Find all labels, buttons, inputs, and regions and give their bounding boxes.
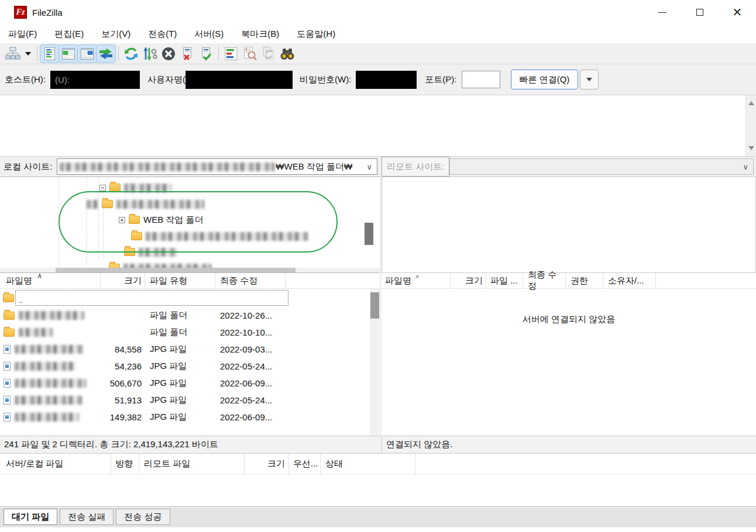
menu-help[interactable]: 도움말(H) [297, 29, 335, 40]
quickconnect-bar: 호스트(H): (U): 사용자명( 비밀번호(W): 포트(P): 빠른 연결… [0, 64, 756, 95]
local-site-combo[interactable]: ₩WEB 작업 폴더₩ ∨ [57, 158, 377, 175]
message-log-scrollbar[interactable] [745, 95, 756, 156]
menu-view[interactable]: 보기(V) [101, 29, 130, 40]
file-row[interactable]: 파일 폴더 2022-10-10... [0, 324, 380, 341]
tab-queued-files[interactable]: 대기 파일 [4, 509, 57, 525]
redacted-folder-name [146, 232, 308, 241]
tree-hscroll-thumb[interactable] [56, 268, 295, 272]
column-header-size[interactable]: 크기 [451, 273, 486, 288]
column-header-remote-file[interactable]: 리모트 파일 [139, 454, 245, 474]
file-row[interactable]: 506,670 JPG 파일 2022-06-09... [0, 375, 380, 392]
collapse-icon[interactable]: − [99, 185, 106, 191]
file-date: 2022-06-09... [215, 412, 286, 422]
tree-guide-line [98, 177, 99, 261]
column-header-filetype[interactable]: 파일 ... [486, 273, 523, 288]
toggle-remote-tree-button[interactable] [78, 45, 97, 63]
close-button[interactable]: ✕ [719, 0, 756, 25]
column-header-priority[interactable]: 우선... [289, 454, 321, 474]
tree-scrollbar-thumb[interactable] [365, 223, 373, 245]
maximize-icon [696, 9, 703, 16]
column-header-filename[interactable]: 파일명 ˄ ∨ [0, 273, 101, 288]
synchronized-browsing-button[interactable] [259, 45, 278, 63]
process-queue-button[interactable] [140, 45, 159, 63]
site-manager-dropdown-button[interactable] [22, 45, 34, 63]
file-date: 2022-09-03... [215, 344, 286, 354]
site-manager-button[interactable] [4, 45, 22, 63]
menu-bookmarks[interactable]: 북마크(B) [241, 29, 279, 40]
menu-transfer[interactable]: 전송(T) [148, 29, 177, 40]
file-row-parent-dir[interactable]: .. [0, 289, 380, 307]
file-row[interactable]: 54,236 JPG 파일 2022-05-24... [0, 358, 380, 375]
port-input[interactable] [462, 71, 500, 88]
file-size: 149,382 [101, 412, 145, 422]
disconnect-button[interactable] [178, 45, 197, 63]
toolbar-separator [37, 46, 37, 61]
maximize-button[interactable] [681, 0, 719, 25]
directory-comparison-button[interactable] [222, 45, 240, 63]
column-label: 크기 [124, 275, 142, 286]
file-row[interactable]: 84,558 JPG 파일 2022-09-03... [0, 341, 380, 358]
filename-filters-button[interactable] [240, 45, 259, 63]
message-log-icon [43, 47, 57, 61]
find-files-button[interactable] [278, 45, 297, 63]
column-header-permissions[interactable]: 권한 [566, 273, 603, 288]
redacted-file-name [15, 413, 79, 422]
tree-item[interactable] [87, 197, 204, 211]
redacted-folder-name [116, 200, 204, 209]
refresh-button[interactable] [122, 45, 140, 63]
local-list-scrollbar-thumb[interactable] [370, 292, 379, 319]
local-tree-view[interactable]: − + WEB 작업 폴더 [0, 177, 380, 273]
port-label: 포트(P): [425, 74, 456, 85]
column-header-status[interactable]: 상태 [321, 454, 415, 474]
menu-file[interactable]: 파일(F) [8, 29, 37, 40]
column-header-modified[interactable]: 최종 수정 [215, 273, 286, 288]
tree-item[interactable] [131, 229, 308, 243]
refresh-icon [123, 46, 139, 61]
file-row[interactable]: 51,913 JPG 파일 2022-05-24... [0, 392, 380, 409]
redacted-file-name [19, 328, 53, 337]
tab-successful-transfers[interactable]: 전송 성공 [116, 509, 170, 525]
username-input-redacted[interactable] [185, 71, 293, 89]
folder-icon [109, 184, 121, 192]
column-header-modified[interactable]: 최종 수정 [523, 273, 566, 288]
password-input-redacted[interactable] [356, 71, 417, 89]
reconnect-button[interactable] [197, 45, 215, 63]
tree-item[interactable]: − [99, 181, 172, 195]
menu-edit[interactable]: 편집(E) [54, 29, 84, 40]
minimize-button[interactable] [644, 0, 681, 25]
tree-horizontal-scrollbar[interactable] [0, 268, 380, 272]
remote-site-combo[interactable]: ∨ [449, 158, 754, 175]
column-header-direction[interactable]: 방향 [111, 454, 139, 474]
redacted-folder-name [124, 184, 172, 192]
column-header-server-local-file[interactable]: 서버/로컬 파일 [0, 454, 111, 474]
tree-item-web-work-folder[interactable]: + WEB 작업 폴더 [119, 213, 204, 227]
tree-item[interactable] [124, 245, 177, 259]
window-title: FileZilla [32, 8, 63, 18]
toggle-transfer-queue-button[interactable] [97, 45, 115, 63]
quickconnect-button[interactable]: 빠른 연결(Q) [511, 70, 579, 89]
column-header-size[interactable]: 크기 [101, 273, 145, 288]
file-row[interactable]: 149,382 JPG 파일 2022-06-09... [0, 409, 380, 426]
transfer-queue-icon [99, 47, 113, 61]
host-input-redacted[interactable]: (U): [50, 71, 140, 89]
remote-site-label: 리모트 사이트: [382, 157, 449, 177]
menu-server[interactable]: 서버(S) [194, 29, 224, 40]
column-header-filename[interactable]: 파일명 ˄ [382, 273, 451, 288]
cancel-button[interactable] [159, 45, 178, 63]
quickconnect-dropdown-button[interactable] [580, 70, 599, 89]
column-header-owner[interactable]: 소유자/... [603, 273, 656, 288]
column-header-filetype[interactable]: 파일 유형 [145, 273, 215, 288]
tree-guide-line [86, 177, 87, 268]
column-label: 파일 유형 [150, 275, 187, 286]
minimize-icon [658, 12, 666, 13]
tab-failed-transfers[interactable]: 전송 실패 [60, 509, 114, 525]
tree-guide-line [59, 177, 59, 268]
column-header-size[interactable]: 크기 [245, 454, 289, 474]
expand-icon[interactable]: + [119, 217, 125, 223]
toggle-local-tree-button[interactable] [59, 45, 78, 63]
image-file-icon [4, 413, 11, 422]
toggle-message-log-button[interactable] [40, 45, 59, 63]
file-date: 2022-10-26... [215, 310, 286, 320]
file-size: 51,913 [101, 395, 145, 405]
file-row[interactable]: 파일 폴더 2022-10-26... [0, 307, 380, 324]
